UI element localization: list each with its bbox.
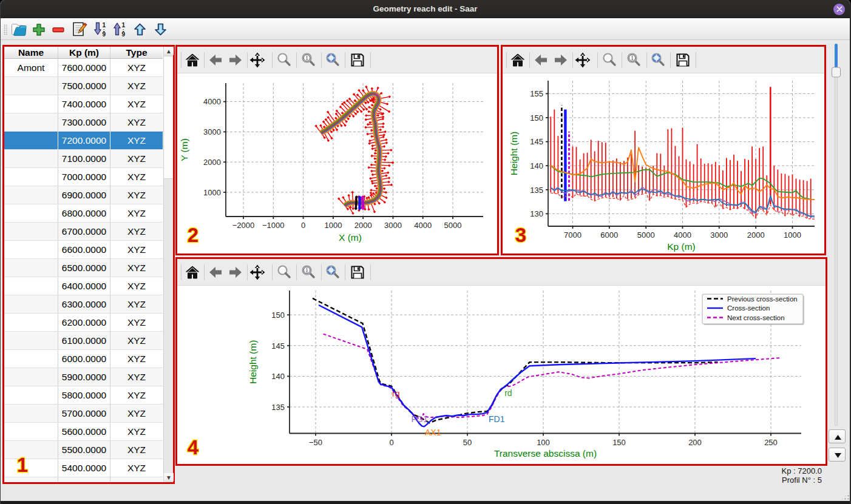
svg-text:1000: 1000 (784, 230, 801, 240)
svg-text:135: 135 (530, 186, 543, 195)
svg-text:145: 145 (530, 137, 543, 146)
svg-text:2: 2 (188, 224, 198, 246)
svg-text:Height (m): Height (m) (509, 132, 519, 175)
svg-text:4000: 4000 (414, 221, 432, 230)
svg-text:130: 130 (530, 209, 543, 218)
svg-text:6000: 6000 (600, 230, 618, 240)
svg-text:Height (m): Height (m) (248, 340, 258, 384)
svg-text:50: 50 (463, 438, 472, 447)
svg-text:X (m): X (m) (339, 232, 362, 243)
svg-text:250: 250 (764, 438, 778, 447)
svg-text:140: 140 (530, 161, 543, 170)
svg-text:Transverse abscissa (m): Transverse abscissa (m) (494, 448, 597, 459)
svg-text:0: 0 (389, 438, 393, 447)
svg-text:2000: 2000 (747, 230, 765, 240)
svg-text:AX1: AX1 (425, 428, 441, 437)
svg-text:150: 150 (530, 113, 543, 123)
svg-text:1000: 1000 (203, 188, 221, 197)
svg-text:Kp (m): Kp (m) (667, 241, 696, 252)
svg-text:3000: 3000 (384, 221, 402, 230)
svg-text:FD1: FD1 (489, 414, 505, 424)
svg-text:Next cross-section: Next cross-section (727, 314, 785, 321)
svg-text:135: 135 (271, 403, 285, 412)
svg-text:−50: −50 (309, 438, 322, 447)
svg-text:7000: 7000 (564, 230, 581, 240)
svg-text:−1000: −1000 (262, 221, 285, 230)
svg-text:145: 145 (271, 341, 285, 351)
svg-text:4000: 4000 (203, 97, 221, 106)
svg-text:2000: 2000 (354, 221, 372, 230)
svg-text:−2000: −2000 (232, 221, 255, 230)
svg-text:FG1: FG1 (412, 414, 428, 424)
svg-text:150: 150 (612, 438, 626, 447)
svg-text:Previous cross-section: Previous cross-section (727, 295, 798, 303)
svg-text:140: 140 (271, 372, 285, 381)
svg-text:3000: 3000 (203, 127, 221, 136)
svg-text:4: 4 (188, 436, 199, 459)
svg-text:150: 150 (271, 311, 285, 320)
svg-text:100: 100 (537, 438, 550, 447)
svg-text:3000: 3000 (710, 230, 728, 240)
svg-text:1: 1 (17, 454, 28, 476)
svg-text:Y (m): Y (m) (179, 138, 189, 161)
svg-text:rg: rg (392, 389, 399, 398)
svg-text:4000: 4000 (674, 230, 691, 240)
svg-text:rd: rd (504, 388, 512, 398)
svg-text:5000: 5000 (637, 230, 655, 240)
svg-text:1000: 1000 (324, 221, 342, 230)
svg-text:5000: 5000 (444, 221, 462, 230)
svg-text:Cross-section: Cross-section (727, 304, 770, 312)
svg-text:0: 0 (301, 221, 305, 230)
svg-text:200: 200 (688, 438, 702, 447)
svg-text:155: 155 (530, 89, 543, 98)
svg-text:2000: 2000 (203, 158, 221, 167)
svg-text:3: 3 (515, 224, 526, 246)
